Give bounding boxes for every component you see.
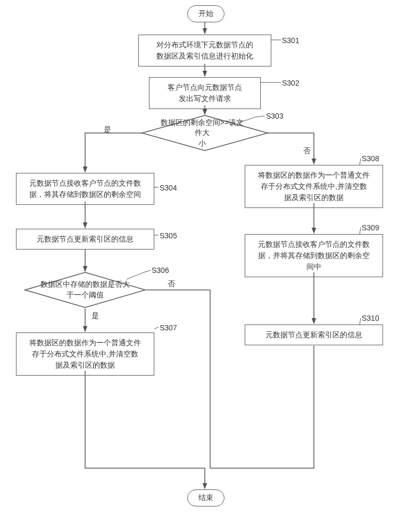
s301-text: 对分布式环境下元数据节点的 数据区及索引信息进行初始化 <box>156 40 253 60</box>
s310-text: 元数据节点更新索引区的信息 <box>265 330 362 339</box>
label-s303: S303 <box>266 112 284 120</box>
s306-text: 数据区中存储的数据是否大 于一个阈值 <box>40 279 130 300</box>
process-s302: 客户节点向元数据节点 发出写文件请求 <box>149 77 261 109</box>
decision-s306: 数据区中存储的数据是否大 于一个阈值 <box>24 271 146 309</box>
start-label: 开始 <box>198 9 213 18</box>
s306-no: 否 <box>168 279 175 289</box>
end-terminator: 结束 <box>187 489 225 506</box>
s302-text: 客户节点向元数据节点 发出写文件请求 <box>168 83 242 103</box>
label-s302: S302 <box>282 79 300 87</box>
process-s307: 将数据区的数据作为一个普通文件 存于分布式文件系统中,并清空数 据及索引区的数据 <box>16 332 154 376</box>
process-s308: 将数据区的数据作为一个普通文件 存于分布式文件系统中,并清空数 据及索引区的数据 <box>245 165 383 208</box>
label-s310: S310 <box>362 314 379 322</box>
label-s307: S307 <box>160 323 177 332</box>
process-s310: 元数据节点更新索引区的信息 <box>245 325 383 345</box>
s303-yes: 是 <box>104 125 111 135</box>
label-s304: S304 <box>160 184 177 192</box>
s305-text: 元数据节点更新索引区的信息 <box>37 235 134 243</box>
decision-s303: 数据区的剩余空间>=该文件大 小 <box>141 114 263 152</box>
svg-line-17 <box>360 318 361 325</box>
s308-text: 将数据区的数据作为一个普通文件 存于分布式文件系统中,并清空数 据及索引区的数据 <box>258 171 370 202</box>
process-s305: 元数据节点更新索引区的信息 <box>16 229 154 250</box>
process-s304: 元数据节点接收客户节点的文件数 据，将其存储到数据区的剩余空间 <box>16 173 154 205</box>
end-label: 结束 <box>198 493 213 502</box>
s303-no: 否 <box>303 146 311 156</box>
process-s309: 元数据节点接收客户节点的文件数 据，并将其存储到数据区的剩余空 间中 <box>245 234 383 277</box>
s304-text: 元数据节点接收客户节点的文件数 据，将其存储到数据区的剩余空间 <box>29 179 141 198</box>
process-s301: 对分布式环境下元数据节点的 数据区及索引信息进行初始化 <box>138 35 271 66</box>
start-terminator: 开始 <box>187 5 225 22</box>
label-s309: S309 <box>362 223 379 232</box>
label-s306: S306 <box>152 266 169 275</box>
s306-yes: 是 <box>92 311 99 321</box>
s309-text: 元数据节点接收客户节点的文件数 据，并将其存储到数据区的剩余空 间中 <box>258 240 370 271</box>
s303-text: 数据区的剩余空间>=该文件大 小 <box>157 118 247 149</box>
svg-line-16 <box>360 228 361 234</box>
label-s305: S305 <box>160 231 177 240</box>
svg-line-15 <box>360 159 361 165</box>
svg-line-14 <box>154 327 159 329</box>
label-s308: S308 <box>362 154 379 163</box>
s307-text: 将数据区的数据作为一个普通文件 存于分布式文件系统中,并清空数 据及索引区的数据 <box>29 338 141 369</box>
label-s301: S301 <box>282 36 300 45</box>
